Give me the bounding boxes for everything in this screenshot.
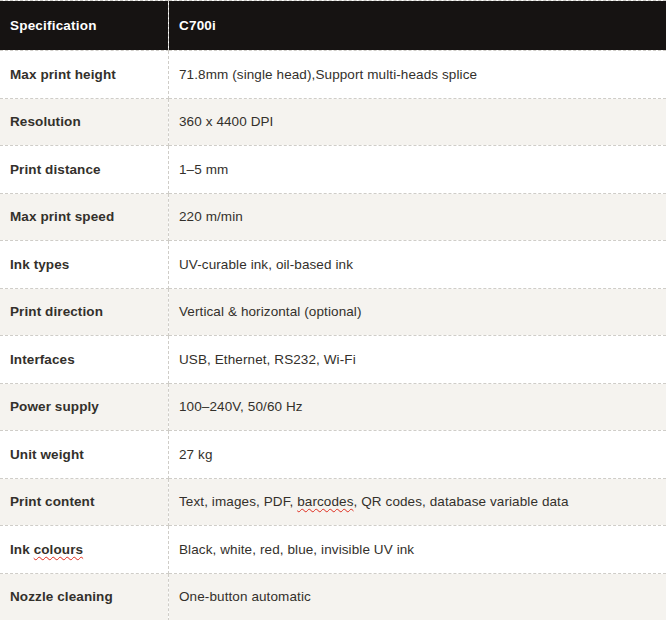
text-segment: Text, images, PDF, [179,494,297,509]
text-segment: Black, white, red, blue, invisible UV in… [179,542,414,557]
spec-table: Specification C700i Max print height71.8… [0,0,666,620]
table-row: InterfacesUSB, Ethernet, RS232, Wi-Fi [0,336,666,384]
spec-label: Max print speed [0,193,169,241]
table-row: Print distance1–5 mm [0,146,666,194]
text-segment: Ink types [10,257,69,272]
spec-label: Print content [0,478,169,526]
spec-table-body: Max print height71.8mm (single head),Sup… [0,51,666,620]
spec-label: Print distance [0,146,169,194]
table-row: Print contentText, images, PDF, barcodes… [0,478,666,526]
text-segment: Max print height [10,67,116,82]
text-segment: 71.8mm (single head),Support multi-heads… [179,67,477,82]
header-cell-model: C700i [169,1,666,51]
table-row: Ink coloursBlack, white, red, blue, invi… [0,526,666,574]
spec-value: Black, white, red, blue, invisible UV in… [169,526,666,574]
misspelled-word: barcodes [297,494,353,509]
spec-value: 27 kg [169,431,666,479]
table-row: Print directionVertical & horizontal (op… [0,288,666,336]
text-segment: Vertical & horizontal (optional) [179,304,362,319]
header-row: Specification C700i [0,1,666,51]
spec-value: 100–240V, 50/60 Hz [169,383,666,431]
table-row: Unit weight27 kg [0,431,666,479]
table-row: Resolution360 x 4400 DPI [0,98,666,146]
spec-value: USB, Ethernet, RS232, Wi-Fi [169,336,666,384]
text-segment: Ink [10,542,34,557]
text-segment: Max print speed [10,209,114,224]
spec-value: 220 m/min [169,193,666,241]
text-segment: USB, Ethernet, RS232, Wi-Fi [179,352,356,367]
spec-value: Text, images, PDF, barcodes, QR codes, d… [169,478,666,526]
spec-label: Unit weight [0,431,169,479]
text-segment: Resolution [10,114,81,129]
text-segment: 220 m/min [179,209,243,224]
spec-label: Ink colours [0,526,169,574]
text-segment: One-button automatic [179,589,311,604]
table-row: Max print height71.8mm (single head),Sup… [0,51,666,99]
text-segment: 100–240V, 50/60 Hz [179,399,303,414]
text-segment: Nozzle cleaning [10,589,113,604]
table-row: Power supply100–240V, 50/60 Hz [0,383,666,431]
text-segment: Power supply [10,399,99,414]
text-segment: , QR codes, database variable data [354,494,569,509]
spec-value: 360 x 4400 DPI [169,98,666,146]
spec-label: Print direction [0,288,169,336]
spec-label: Resolution [0,98,169,146]
spec-value: UV-curable ink, oil-based ink [169,241,666,289]
table-row: Ink typesUV-curable ink, oil-based ink [0,241,666,289]
text-segment: 1–5 mm [179,162,228,177]
spec-table-header: Specification C700i [0,1,666,51]
spec-label: Nozzle cleaning [0,573,169,620]
text-segment: Print distance [10,162,101,177]
text-segment: 360 x 4400 DPI [179,114,273,129]
spec-value: One-button automatic [169,573,666,620]
text-segment: Print content [10,494,95,509]
text-segment: Unit weight [10,447,84,462]
spec-label: Ink types [0,241,169,289]
text-segment: 27 kg [179,447,213,462]
spec-label: Power supply [0,383,169,431]
text-segment: Interfaces [10,352,75,367]
spec-label: Max print height [0,51,169,99]
spec-label: Interfaces [0,336,169,384]
spec-value: 1–5 mm [169,146,666,194]
table-row: Nozzle cleaningOne-button automatic [0,573,666,620]
spec-value: Vertical & horizontal (optional) [169,288,666,336]
spec-value: 71.8mm (single head),Support multi-heads… [169,51,666,99]
text-segment: Print direction [10,304,103,319]
header-cell-specification: Specification [0,1,169,51]
text-segment: UV-curable ink, oil-based ink [179,257,353,272]
misspelled-word: colours [34,542,83,557]
table-row: Max print speed220 m/min [0,193,666,241]
